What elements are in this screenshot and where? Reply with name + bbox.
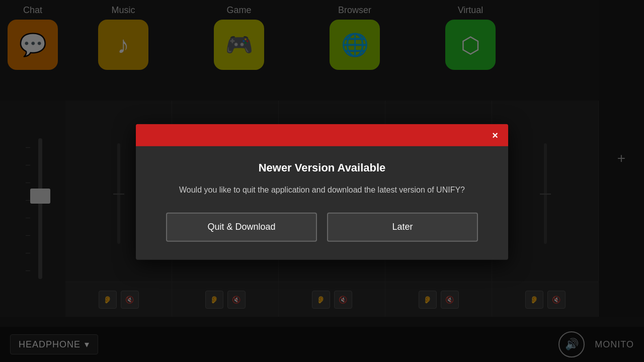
dialog-buttons: Quit & Download Later: [156, 212, 488, 241]
update-dialog: × Newer Version Available Would you like…: [136, 124, 508, 260]
dialog-title: Newer Version Available: [156, 161, 488, 174]
dialog-header: ×: [136, 124, 508, 146]
dialog-message: Would you like to quit the application a…: [156, 184, 488, 197]
later-button[interactable]: Later: [327, 212, 478, 241]
quit-download-button[interactable]: Quit & Download: [166, 212, 317, 241]
dialog-body: Newer Version Available Would you like t…: [136, 146, 508, 260]
dialog-close-button[interactable]: ×: [488, 128, 502, 142]
